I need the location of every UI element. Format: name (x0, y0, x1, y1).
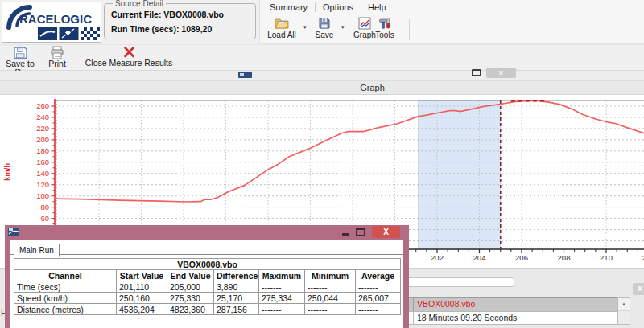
background-strip (0, 71, 644, 80)
measure-value: ------- (305, 281, 356, 293)
dialog-titlebar[interactable]: X (5, 225, 409, 240)
dialog-client-area: Main Run VBOX0008.vboChannelStart ValueE… (10, 240, 403, 328)
load-all-button[interactable]: Load All (262, 17, 301, 39)
measure-value: 3,890 (214, 281, 259, 293)
toolbar-separator (409, 19, 410, 40)
measure-value: 275,330 (167, 293, 214, 304)
measure-channel-name: Time (secs) (14, 281, 117, 293)
measure-value: 250,160 (117, 293, 167, 304)
measure-channel-name: Distance (metres) (14, 304, 117, 315)
menu-summary[interactable]: Summary (262, 1, 315, 14)
measure-value: 265,007 (356, 293, 401, 304)
measure-value: ------- (305, 304, 356, 315)
measure-value: 205,000 (167, 281, 214, 293)
graph-icon (358, 17, 371, 30)
menu-help[interactable]: Help (361, 1, 394, 14)
measure-row-2: Distance (metres)4536,2044823,360287,156… (14, 304, 401, 315)
dialog-close-button[interactable]: X (372, 226, 400, 238)
menu-options[interactable]: Options (316, 1, 361, 14)
menu-bar: Summary Options Help (262, 0, 394, 14)
measure-col-header-3: Difference (214, 270, 259, 281)
measure-results-table: VBOX0008.vboChannelStart ValueEnd ValueD… (14, 258, 401, 315)
source-detail-groupbox: Source Detail Current File: VBOX0008.vbo… (104, 0, 256, 39)
measure-col-header-2: End Value (167, 270, 214, 281)
measure-value: 201,110 (117, 281, 167, 293)
measure-row-1: Speed (km/h)250,160275,33025,170275,3342… (14, 293, 401, 304)
window-mini-icon (238, 72, 252, 78)
save-dropdown-arrow[interactable]: ▾ (341, 24, 345, 31)
graph-caption-bar: Graph (0, 80, 644, 95)
dialog-maximize-button[interactable] (356, 228, 365, 236)
measure-value: 275,334 (259, 293, 305, 304)
file-panel-close-button[interactable]: x (633, 283, 644, 295)
tab-main-run[interactable]: Main Run (14, 244, 60, 257)
graph-status-bar (407, 277, 514, 287)
measure-col-header-5: Minimum (305, 270, 356, 281)
save-to-file-icon (13, 46, 28, 59)
current-file-text: Current File: VBOX0008.vbo (111, 10, 255, 19)
measure-col-header-6: Average (356, 270, 401, 281)
file-list-filename-row[interactable]: VBOX0008.vbo (413, 297, 618, 312)
save-button[interactable]: Save (309, 17, 340, 39)
measure-col-header-0: Channel (14, 270, 117, 281)
load-all-icon (275, 17, 289, 30)
scroll-up-arrow-icon[interactable]: ▲ (618, 298, 630, 311)
measure-value: ------- (356, 304, 401, 315)
tools-label: Tools (375, 31, 394, 39)
print-button[interactable]: Print (42, 46, 72, 68)
load-all-label: Load All (267, 31, 296, 39)
measure-value: ------- (356, 281, 401, 293)
measure-channel-name: Speed (km/h) (14, 293, 117, 304)
print-icon (50, 46, 64, 59)
print-label: Print (48, 59, 66, 68)
vbox-tools-window: { "logo": { "text": "RACELOGIC" }, "sour… (0, 0, 644, 328)
dialog-vbox-icon (8, 228, 19, 236)
graph-caption-title: Graph (101, 83, 644, 92)
measure-table-title: VBOX0008.vbo (14, 259, 401, 270)
file-list-duration-row[interactable]: 18 Minutes 09.20 Seconds (413, 311, 618, 325)
measure-value: 287,156 (214, 304, 259, 315)
tools-button[interactable]: Tools (372, 17, 398, 39)
logo-checkered-flag-icon (80, 27, 100, 40)
measure-value: 4823,360 (167, 304, 214, 315)
measure-col-header-1: Start Value (117, 270, 167, 281)
measure-results-dialog: X Main Run VBOX0008.vboChannelStart Valu… (5, 225, 409, 328)
source-detail-label: Source Detail (113, 0, 166, 8)
maximize-icon[interactable] (472, 69, 481, 76)
save-label: Save (316, 31, 334, 39)
dialog-tab-strip: Main Run (10, 241, 403, 255)
measure-value: 4536,204 (117, 304, 167, 315)
run-time-text: Run Time (secs): 1089,20 (111, 24, 255, 34)
load-all-dropdown-arrow[interactable]: ▾ (303, 24, 307, 31)
logo-satellite-icon (60, 27, 79, 40)
measure-col-header-4: Maximum (259, 270, 305, 281)
save-icon (318, 17, 331, 30)
close-measure-results-button[interactable]: Close Measure Results (79, 46, 179, 68)
close-icon[interactable]: x (486, 68, 516, 78)
measure-value: ------- (259, 281, 305, 293)
measure-value: ------- (259, 304, 305, 315)
measure-row-0: Time (secs)201,110205,0003,890----------… (14, 281, 401, 293)
logo-text: RACELOGIC (19, 12, 92, 26)
close-measure-results-label: Close Measure Results (85, 58, 173, 68)
racelogic-logo: RACELOGIC (2, 2, 101, 43)
measure-value: 25,170 (214, 293, 259, 304)
close-measure-results-icon (122, 46, 136, 59)
tools-icon (378, 17, 391, 30)
file-list-scrollbar[interactable]: ▲ (617, 297, 630, 325)
logo-car-icon (38, 27, 57, 40)
measure-value: 250,044 (305, 293, 356, 304)
dialog-minimize-button[interactable] (342, 233, 349, 236)
